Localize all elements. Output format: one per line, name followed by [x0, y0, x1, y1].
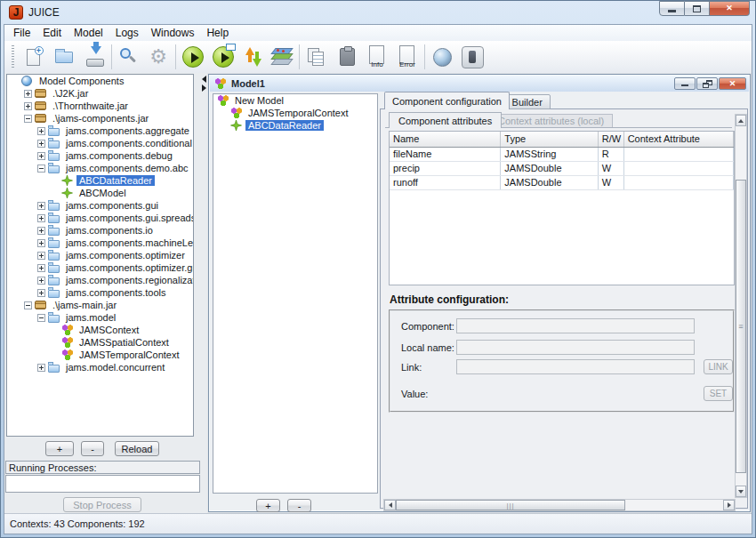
column-header-name[interactable]: Name [390, 132, 501, 147]
scroll-up-button[interactable] [736, 115, 746, 126]
collapse-icon[interactable] [24, 115, 32, 123]
model-window-titlebar[interactable]: Model1 [210, 76, 749, 92]
expand-icon[interactable] [37, 214, 45, 222]
copy-button[interactable] [303, 44, 330, 70]
link-button[interactable]: LINK [704, 359, 733, 374]
menu-model[interactable]: Model [68, 25, 109, 41]
library-node-jams-model-concurrent[interactable]: jams.model.concurrent [7, 361, 193, 373]
menu-edit[interactable]: Edit [36, 25, 68, 41]
layers-button[interactable] [269, 44, 295, 70]
scroll-left-button[interactable] [384, 500, 396, 510]
paste-button[interactable] [334, 44, 360, 70]
column-header-type[interactable]: Type [501, 132, 598, 147]
menu-logs[interactable]: Logs [109, 25, 145, 41]
library-node-jams-components-debug[interactable]: jams.components.debug [7, 149, 193, 162]
open-model-button[interactable] [51, 44, 77, 70]
expand-icon[interactable] [37, 289, 45, 297]
close-button[interactable]: ✕ [710, 1, 750, 16]
expand-icon[interactable] [37, 127, 45, 135]
tab-component-attributes[interactable]: Component attributes [389, 112, 502, 128]
link-field[interactable] [456, 359, 695, 374]
expand-icon[interactable] [37, 239, 45, 247]
web-button[interactable] [429, 44, 455, 70]
library-node-jams-components-gui-spreadsheet[interactable]: jams.components.gui.spreadsheet [7, 212, 193, 224]
minimize-button[interactable] [659, 1, 685, 16]
vertical-scrollbar[interactable]: ≡ [735, 114, 747, 498]
expand-icon[interactable] [37, 252, 45, 260]
scroll-down-button[interactable] [736, 486, 746, 497]
collapse-right-icon[interactable] [202, 84, 206, 92]
horizontal-scroll-thumb[interactable]: ||| [396, 500, 625, 510]
library-node-jams-components-regionalization[interactable]: jams.components.regionalization [7, 274, 193, 286]
save-model-button[interactable] [82, 44, 109, 70]
search-button[interactable] [115, 44, 141, 70]
library-node-jams-components-aggregate[interactable]: jams.components.aggregate [7, 124, 193, 137]
model-minimize-button[interactable] [674, 77, 696, 90]
set-button[interactable]: SET [704, 386, 733, 401]
device-button[interactable] [459, 44, 486, 70]
model-node-abcdatareader[interactable]: ABCDataReader [213, 119, 377, 132]
library-node-jams-components-demo-abc[interactable]: jams.components.demo.abc [7, 162, 193, 174]
table-row[interactable]: precipJAMSDoubleW [390, 162, 734, 176]
run-model-gui-button[interactable] [210, 44, 237, 70]
update-components-button[interactable] [240, 44, 267, 70]
collapse-left-icon[interactable] [202, 76, 206, 83]
expand-icon[interactable] [37, 202, 45, 210]
tab-context-attributes[interactable]: Context attributes (local) [489, 114, 613, 128]
expand-icon[interactable] [37, 152, 45, 160]
library-node-abcdatareader[interactable]: ABCDataReader [7, 174, 193, 187]
title-bar[interactable]: J JUICE ✕ [1, 1, 755, 24]
menu-windows[interactable]: Windows [145, 25, 201, 41]
library-node-jams-components-tools[interactable]: jams.components.tools [7, 286, 193, 299]
model-add-button[interactable]: + [256, 499, 280, 512]
model-remove-button[interactable]: - [287, 499, 311, 512]
local-name-field[interactable] [456, 340, 695, 355]
add-jar-button[interactable]: + [45, 441, 74, 456]
collapse-icon[interactable] [37, 165, 45, 173]
component-field[interactable] [456, 318, 695, 333]
model-node-jamstemporalcontext[interactable]: JAMSTemporalContext [213, 107, 377, 119]
collapse-icon[interactable] [37, 314, 45, 322]
column-header-r-w[interactable]: R/W [599, 132, 624, 147]
library-node--jams-components-jar[interactable]: .\jams-components.jar [7, 112, 193, 124]
new-model-button[interactable]: + [20, 44, 46, 70]
library-node--jams-main-jar[interactable]: .\jams-main.jar [7, 299, 193, 311]
error-log-button[interactable]: Error [394, 44, 421, 70]
library-node-model-components[interactable]: Model Components [7, 75, 193, 87]
expand-icon[interactable] [37, 364, 45, 372]
library-node-jamscontext[interactable]: JAMSContext [7, 324, 193, 336]
expand-icon[interactable] [37, 140, 45, 148]
expand-icon[interactable] [24, 90, 32, 98]
remove-jar-button[interactable]: - [81, 441, 104, 456]
vertical-scroll-thumb[interactable]: ≡ [736, 180, 746, 473]
library-node-abcmodel[interactable]: ABCModel [7, 187, 193, 199]
library-node--j2k-jar[interactable]: .\J2K.jar [7, 87, 193, 100]
library-node-jams-components-io[interactable]: jams.components.io [7, 224, 193, 237]
library-node-jams-components-optimizer-gradient[interactable]: jams.components.optimizer.gradient [7, 261, 193, 274]
scroll-right-button[interactable] [723, 500, 735, 510]
model-restore-button[interactable] [696, 77, 718, 90]
library-node-jams-components-conditional[interactable]: jams.components.conditional [7, 137, 193, 149]
settings-button[interactable]: ⚙ [145, 44, 172, 70]
library-node-jams-components-gui[interactable]: jams.components.gui [7, 199, 193, 212]
menu-help[interactable]: Help [200, 25, 235, 41]
library-node-jams-components-machinelearning[interactable]: jams.components.machineLearning [7, 237, 193, 249]
library-node-jamsspatialcontext[interactable]: JAMSSpatialContext [7, 336, 193, 349]
horizontal-scrollbar[interactable]: ||| [383, 499, 736, 511]
column-header-context-attribute[interactable]: Context Attribute [624, 132, 734, 147]
tab-component-configuration[interactable]: Component configuration [384, 92, 510, 109]
collapse-icon[interactable] [24, 301, 32, 309]
table-row[interactable]: runoffJAMSDoubleW [390, 176, 734, 190]
expand-icon[interactable] [37, 264, 45, 272]
library-node-jams-model[interactable]: jams.model [7, 311, 193, 324]
expand-icon[interactable] [37, 277, 45, 285]
expand-icon[interactable] [24, 102, 32, 110]
menu-file[interactable]: File [7, 25, 36, 41]
toolbar-drag-handle[interactable] [12, 45, 14, 68]
model-node-new-model[interactable]: New Model [213, 94, 377, 107]
maximize-button[interactable] [685, 1, 710, 16]
table-row[interactable]: fileNameJAMSStringR [390, 148, 734, 162]
library-node-jamstemporalcontext[interactable]: JAMSTemporalContext [7, 349, 193, 361]
expand-icon[interactable] [37, 227, 45, 235]
model-close-button[interactable]: ✕ [719, 77, 746, 90]
